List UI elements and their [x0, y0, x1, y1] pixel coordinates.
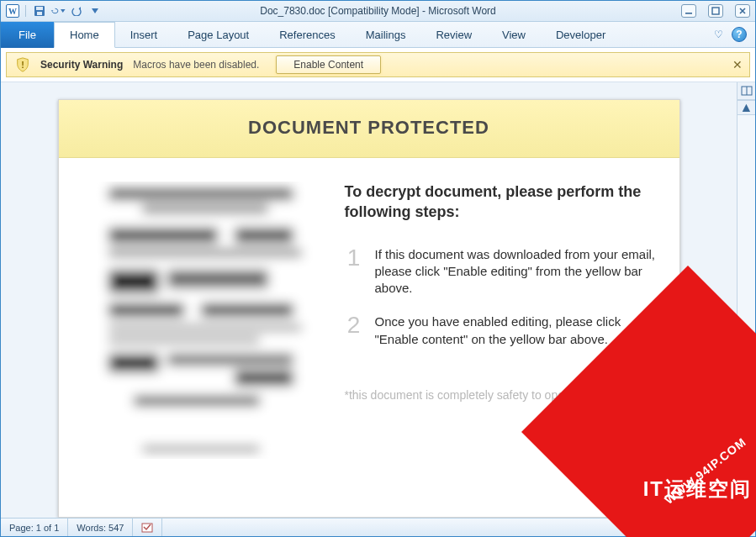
step-2: 2 Once you have enabled editing, please …: [345, 313, 659, 348]
redo-button[interactable]: [69, 3, 84, 18]
help-button[interactable]: ?: [732, 27, 747, 42]
svg-rect-1: [36, 7, 43, 10]
svg-rect-3: [685, 13, 692, 14]
status-page[interactable]: Page: 1 of 1: [1, 519, 68, 536]
blurred-preview: [87, 182, 323, 459]
tab-review[interactable]: Review: [420, 22, 487, 47]
svg-rect-13: [167, 270, 268, 288]
document-viewport[interactable]: DOCUMENT PROTECTED: [1, 82, 737, 518]
qat-customize[interactable]: [87, 3, 103, 18]
ribbon-tabs: File Home Insert Page Layout References …: [1, 22, 755, 48]
step-1-text: If this document was downloaded from you…: [375, 246, 659, 297]
svg-rect-7: [108, 188, 293, 200]
svg-rect-20: [235, 371, 293, 386]
view-outline-icon[interactable]: [685, 521, 701, 534]
tab-view[interactable]: View: [487, 22, 541, 47]
view-web-layout-icon[interactable]: [664, 521, 681, 534]
svg-rect-12: [108, 270, 159, 293]
svg-rect-27: [648, 524, 653, 531]
svg-rect-18: [108, 354, 159, 372]
scroll-up-arrow[interactable]: ▲: [737, 100, 755, 115]
svg-rect-16: [108, 324, 302, 331]
file-tab[interactable]: File: [1, 22, 54, 48]
vertical-scrollbar-pane: ▲ ▼ ○: [737, 82, 755, 518]
svg-rect-29: [669, 524, 677, 531]
status-words[interactable]: Words: 547: [68, 519, 133, 536]
enable-content-button[interactable]: Enable Content: [276, 55, 381, 74]
ruler-toggle-icon[interactable]: [737, 82, 755, 100]
security-warning-bar: ! Security Warning Macros have been disa…: [6, 52, 750, 77]
banner-title: DOCUMENT PROTECTED: [59, 117, 679, 139]
svg-rect-4: [712, 8, 719, 14]
step-1-number: 1: [345, 246, 363, 297]
protected-banner: DOCUMENT PROTECTED: [59, 100, 679, 158]
footnote-text: *this document is completely safety to o…: [345, 388, 659, 402]
window-title: Doc_7830.doc [Compatibility Mode] - Micr…: [1, 5, 755, 17]
view-print-layout-icon[interactable]: [624, 521, 641, 534]
document-page: DOCUMENT PROTECTED: [58, 99, 680, 518]
app-window: W Doc_7830.doc [Compatibility Mode] - Mi…: [0, 0, 756, 537]
status-zoom[interactable]: 80%: [728, 523, 747, 533]
svg-rect-28: [653, 524, 657, 531]
msgbar-close-icon[interactable]: ✕: [732, 58, 743, 71]
svg-rect-33: [709, 524, 717, 531]
svg-rect-21: [134, 396, 260, 406]
svg-rect-10: [235, 228, 293, 243]
next-page-icon[interactable]: [737, 500, 755, 518]
svg-rect-8: [142, 205, 268, 213]
svg-rect-2: [37, 12, 42, 15]
svg-rect-19: [167, 354, 293, 366]
status-bar: Page: 1 of 1 Words: 547 80%: [1, 518, 755, 536]
svg-text:!: !: [21, 60, 24, 70]
tab-home[interactable]: Home: [54, 22, 115, 48]
status-proofing-icon[interactable]: [133, 519, 162, 536]
svg-rect-17: [108, 337, 260, 344]
svg-rect-15: [201, 303, 293, 317]
instructions-heading: To decrypt document, please perform the …: [345, 182, 659, 223]
view-draft-icon[interactable]: [705, 521, 722, 534]
step-2-text: Once you have enabled editing, please cl…: [375, 313, 659, 348]
ribbon-minimize[interactable]: ♡: [714, 29, 723, 40]
scrollbar-track[interactable]: [737, 115, 755, 467]
security-warning-message: Macros have been disabled.: [133, 59, 259, 71]
tab-page-layout[interactable]: Page Layout: [172, 22, 264, 47]
tab-developer[interactable]: Developer: [541, 22, 621, 47]
shield-warning-icon: !: [15, 57, 30, 72]
svg-rect-11: [108, 249, 302, 257]
tab-insert[interactable]: Insert: [115, 22, 173, 47]
maximize-button[interactable]: [708, 4, 723, 18]
step-1: 1 If this document was downloaded from y…: [345, 246, 659, 297]
svg-rect-6: [96, 186, 315, 455]
quick-access-toolbar: W: [6, 3, 103, 18]
svg-rect-14: [108, 303, 184, 317]
svg-rect-26: [628, 524, 637, 531]
word-app-icon: W: [6, 4, 19, 18]
security-warning-title: Security Warning: [40, 59, 123, 71]
scroll-down-arrow[interactable]: ▼: [737, 467, 755, 482]
minimize-button[interactable]: [681, 4, 696, 18]
svg-rect-22: [142, 446, 260, 451]
tab-references[interactable]: References: [264, 22, 350, 47]
undo-button[interactable]: [50, 3, 66, 18]
save-button[interactable]: [32, 3, 47, 18]
svg-rect-9: [108, 228, 218, 243]
close-button[interactable]: [735, 4, 750, 18]
step-2-number: 2: [345, 313, 363, 348]
view-full-screen-icon[interactable]: [644, 521, 661, 534]
tab-mailings[interactable]: Mailings: [351, 22, 421, 47]
browse-object-icon[interactable]: ○: [737, 482, 755, 500]
titlebar: W Doc_7830.doc [Compatibility Mode] - Mi…: [1, 1, 755, 22]
